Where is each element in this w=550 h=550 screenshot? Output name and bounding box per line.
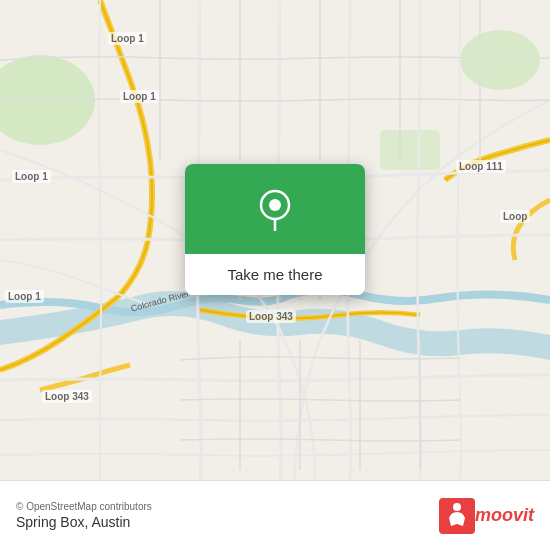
map: Loop 1 Loop 1 Loop 1 Loop 1 Loop 111 Loo…: [0, 0, 550, 480]
loop343-label-2: Loop 343: [42, 390, 92, 403]
loop1-label-3: Loop 1: [12, 170, 51, 183]
loop1-label-2: Loop 1: [120, 90, 159, 103]
loop-label: Loop: [500, 210, 530, 223]
osm-attribution: © OpenStreetMap contributors: [16, 501, 152, 512]
moovit-logo: moovit: [439, 498, 534, 534]
location-name: Spring Box, Austin: [16, 514, 152, 530]
loop1-label-1: Loop 1: [108, 32, 147, 45]
svg-point-6: [453, 503, 461, 511]
loop1-label-4: Loop 1: [5, 290, 44, 303]
bottom-bar: © OpenStreetMap contributors Spring Box,…: [0, 480, 550, 550]
svg-point-4: [269, 199, 281, 211]
bottom-left: © OpenStreetMap contributors Spring Box,…: [16, 501, 152, 530]
popup-icon-area: [185, 164, 365, 254]
location-pin-icon: [253, 187, 297, 231]
loop111-label: Loop 111: [456, 160, 506, 173]
popup-card: Take me there: [185, 164, 365, 295]
take-me-there-button[interactable]: Take me there: [185, 254, 365, 295]
svg-point-1: [460, 30, 540, 90]
svg-rect-2: [380, 130, 440, 170]
moovit-text: moovit: [475, 505, 534, 526]
moovit-icon-svg: [439, 498, 475, 534]
loop343-label-1: Loop 343: [246, 310, 296, 323]
